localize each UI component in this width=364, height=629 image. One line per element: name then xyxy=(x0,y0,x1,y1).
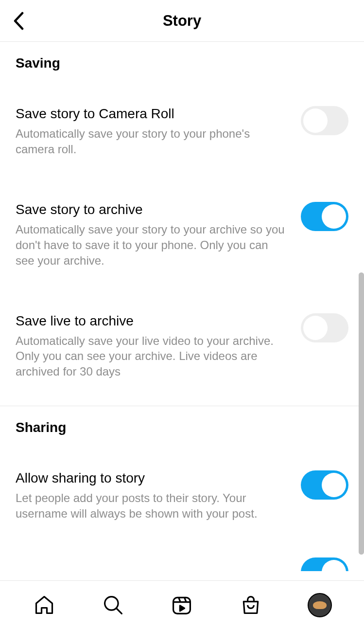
header: Story xyxy=(0,0,364,42)
shop-icon xyxy=(240,594,261,616)
setting-next-partial xyxy=(0,557,364,571)
page-title: Story xyxy=(163,12,201,30)
bottom-navbar xyxy=(0,580,364,629)
setting-allow-share-story: Allow sharing to story Let people add yo… xyxy=(0,435,364,521)
setting-save-story-archive: Save story to archive Automatically save… xyxy=(0,192,364,269)
nav-reels[interactable] xyxy=(170,593,194,617)
setting-save-live-archive: Save live to archive Automatically save … xyxy=(0,304,364,380)
setting-save-camera-roll: Save story to Camera Roll Automatically … xyxy=(0,71,364,157)
nav-profile[interactable] xyxy=(308,593,332,617)
toggle-save-story-archive[interactable] xyxy=(301,202,348,231)
setting-title: Allow sharing to story xyxy=(16,469,291,486)
scrollbar[interactable] xyxy=(359,272,364,555)
search-icon xyxy=(103,594,124,616)
section-heading-sharing: Sharing xyxy=(0,406,364,435)
toggle-partial[interactable] xyxy=(301,557,348,571)
section-heading-saving: Saving xyxy=(0,42,364,71)
setting-title: Save live to archive xyxy=(16,312,291,329)
nav-shop[interactable] xyxy=(239,593,263,617)
profile-avatar-icon xyxy=(308,593,332,617)
setting-title: Save story to archive xyxy=(16,201,291,218)
setting-desc: Automatically save your story to your ar… xyxy=(16,222,291,269)
toggle-allow-share-story[interactable] xyxy=(301,470,348,500)
setting-desc: Automatically save your live video to yo… xyxy=(16,333,291,380)
reels-icon xyxy=(171,594,192,616)
setting-desc: Automatically save your story to your ph… xyxy=(16,126,291,157)
back-button[interactable] xyxy=(9,11,28,31)
nav-home[interactable] xyxy=(32,593,56,617)
setting-desc: Let people add your posts to their story… xyxy=(16,490,291,521)
toggle-save-live-archive[interactable] xyxy=(301,313,348,342)
content-scroll[interactable]: Saving Save story to Camera Roll Automat… xyxy=(0,42,364,580)
svg-line-1 xyxy=(116,608,121,613)
toggle-save-camera-roll[interactable] xyxy=(301,106,348,135)
setting-title: Save story to Camera Roll xyxy=(16,105,291,122)
svg-rect-2 xyxy=(173,597,191,613)
chevron-left-icon xyxy=(13,12,24,30)
nav-search[interactable] xyxy=(101,593,125,617)
home-icon xyxy=(34,594,55,616)
